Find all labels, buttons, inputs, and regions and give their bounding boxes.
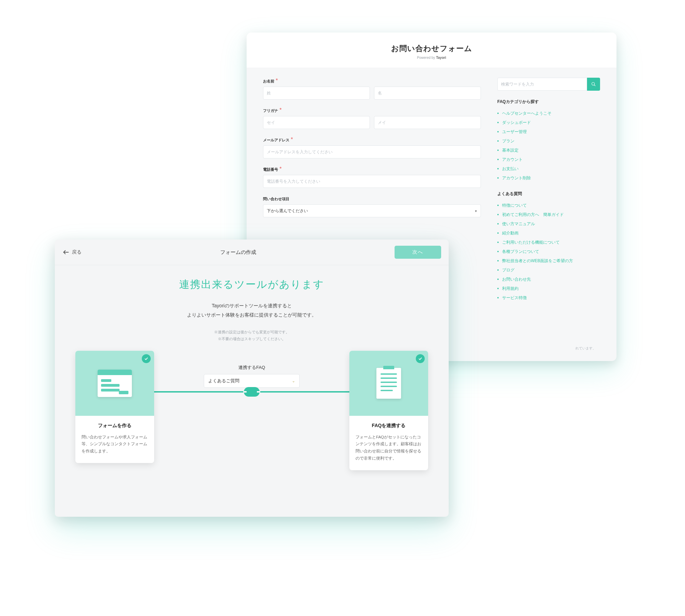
faq-category-item[interactable]: ダッシュボード: [497, 118, 600, 127]
input-lastkana[interactable]: [263, 116, 370, 129]
search-input[interactable]: [497, 78, 587, 91]
search-button[interactable]: [587, 78, 600, 91]
hero-line-2: よりよいサポート体験をお客様に提供することが可能です。: [68, 310, 435, 320]
sidebar-column: FAQカテゴリから探す ヘルプセンターへようこそダッシュボードユーザー管理プラン…: [497, 78, 600, 311]
input-firstkana[interactable]: [374, 116, 481, 129]
required-marker: *: [279, 107, 282, 113]
faq-item[interactable]: ブログ: [497, 266, 600, 275]
label-topic: 問い合わせ項目: [263, 197, 289, 201]
input-email[interactable]: [263, 145, 481, 158]
faq-select-value: よくあるご質問: [208, 378, 239, 384]
faq-category-item[interactable]: プラン: [497, 137, 600, 146]
faq-category-item[interactable]: アカウント: [497, 155, 600, 164]
chevron-down-icon: ⌄: [292, 378, 295, 383]
powered-by: Powered by Tayori: [247, 56, 616, 60]
faq-select-label: 連携するFAQ: [197, 364, 307, 371]
check-icon: [418, 356, 423, 361]
center-column: 連携するFAQ よくあるご質問 ⌄: [197, 351, 307, 388]
card-faq-title: FAQを連携する: [356, 423, 422, 429]
faq-item[interactable]: 紹介動画: [497, 229, 600, 238]
card-faq-desc: フォームとFAQがセットになったコンテンツを作成します。顧客様はお問い合わせ前に…: [356, 434, 422, 462]
footer-note: れています。: [575, 346, 596, 351]
label-kana: フリガナ: [263, 108, 278, 113]
powered-prefix: Powered by: [417, 56, 436, 60]
svg-line-1: [594, 85, 596, 86]
field-name: お名前*: [263, 78, 481, 100]
faq-item[interactable]: お問い合わせ先: [497, 275, 600, 284]
card-form[interactable]: フォームを作る 問い合わせフォームや求人フォーム等、シンプルなコンタクトフォーム…: [75, 351, 154, 463]
input-phone[interactable]: [263, 175, 481, 188]
wizard-body: 連携出来るツールがあります Tayoriのサポートツールを連携すると よりよいサ…: [55, 265, 449, 470]
hero-note: ※連携の設定は後からでも変更が可能です。 ※不要の場合はスキップしてください。: [68, 329, 435, 343]
cards-row: フォームを作る 問い合わせフォームや求人フォーム等、シンプルなコンタクトフォーム…: [68, 351, 435, 470]
faq-item[interactable]: 弊社担当者とのWEB面談をご希望の方: [497, 256, 600, 266]
page-title: お問い合わせフォーム: [247, 43, 616, 54]
wizard-title: フォームの作成: [220, 249, 256, 256]
check-icon: [144, 356, 149, 361]
faq-category-item[interactable]: お支払い: [497, 164, 600, 174]
card-form-desc: 問い合わせフォームや求人フォーム等、シンプルなコンタクトフォームを作成します。: [82, 434, 148, 455]
document-icon: [376, 368, 401, 399]
svg-point-0: [592, 82, 595, 85]
faq-category-heading: FAQカテゴリから探す: [497, 99, 600, 105]
hero-line-1: Tayoriのサポートツールを連携すると: [68, 301, 435, 310]
faq-item[interactable]: 特徴について: [497, 201, 600, 210]
field-email: メールアドレス*: [263, 137, 481, 158]
powered-brand: Tayori: [436, 56, 446, 60]
check-badge: [416, 354, 425, 363]
hero-note-1: ※連携の設定は後からでも変更が可能です。: [68, 329, 435, 336]
check-badge: [142, 354, 151, 363]
form-icon: [98, 370, 132, 397]
card-faq[interactable]: FAQを連携する フォームとFAQがセットになったコンテンツを作成します。顧客様…: [349, 351, 428, 470]
input-lastname[interactable]: [263, 87, 370, 100]
next-button[interactable]: 次へ: [395, 246, 441, 259]
field-topic: 問い合わせ項目 下から選んでください: [263, 195, 481, 217]
faq-item[interactable]: サービス特徴: [497, 293, 600, 303]
contact-form-header: お問い合わせフォーム Powered by Tayori: [247, 33, 616, 68]
required-marker: *: [276, 78, 278, 84]
search-row: [497, 78, 600, 91]
required-marker: *: [279, 166, 282, 172]
field-kana: フリガナ*: [263, 107, 481, 129]
back-button[interactable]: 戻る: [62, 248, 82, 256]
faq-item[interactable]: 利用規約: [497, 284, 600, 293]
input-firstname[interactable]: [374, 87, 481, 100]
hero-title: 連携出来るツールがあります: [68, 278, 435, 292]
label-phone: 電話番号: [263, 167, 278, 171]
faq-heading: よくある質問: [497, 191, 600, 197]
select-topic-wrap[interactable]: 下から選んでください: [263, 204, 481, 217]
search-icon: [591, 82, 596, 87]
arrow-left-icon: [62, 248, 70, 256]
label-email: メールアドレス: [263, 138, 289, 142]
faq-category-item[interactable]: アカウント削除: [497, 174, 600, 183]
label-name: お名前: [263, 79, 274, 83]
hero-description: Tayoriのサポートツールを連携すると よりよいサポート体験をお客様に提供する…: [68, 301, 435, 319]
faq-category-item[interactable]: ヘルプセンターへようこそ: [497, 109, 600, 118]
faq-item[interactable]: 使い方マニュアル: [497, 219, 600, 229]
faq-category-item[interactable]: 基本設定: [497, 146, 600, 155]
faq-item[interactable]: ご利用いただける機能について: [497, 238, 600, 247]
faq-select[interactable]: よくあるご質問 ⌄: [204, 374, 300, 388]
faq-list: 特徴について初めてご利用の方へ 簡単ガイド使い方マニュアル紹介動画ご利用いただけ…: [497, 201, 600, 303]
required-marker: *: [291, 137, 293, 142]
hero-note-2: ※不要の場合はスキップしてください。: [68, 336, 435, 343]
faq-item[interactable]: 各種プランについて: [497, 247, 600, 256]
wizard-window: 戻る フォームの作成 次へ 連携出来るツールがあります Tayoriのサポートツ…: [55, 240, 449, 517]
field-phone: 電話番号*: [263, 166, 481, 188]
card-faq-illustration: [349, 351, 428, 416]
connector-node-icon: [244, 387, 260, 397]
faq-item[interactable]: 初めてご利用の方へ 簡単ガイド: [497, 210, 600, 219]
faq-category-item[interactable]: ユーザー管理: [497, 127, 600, 137]
faq-category-list: ヘルプセンターへようこそダッシュボードユーザー管理プラン基本設定アカウントお支払…: [497, 109, 600, 183]
wizard-topbar: 戻る フォームの作成 次へ: [55, 240, 449, 265]
card-form-illustration: [75, 351, 154, 416]
select-topic[interactable]: 下から選んでください: [263, 204, 481, 217]
back-label: 戻る: [72, 249, 82, 255]
card-form-title: フォームを作る: [82, 423, 148, 429]
